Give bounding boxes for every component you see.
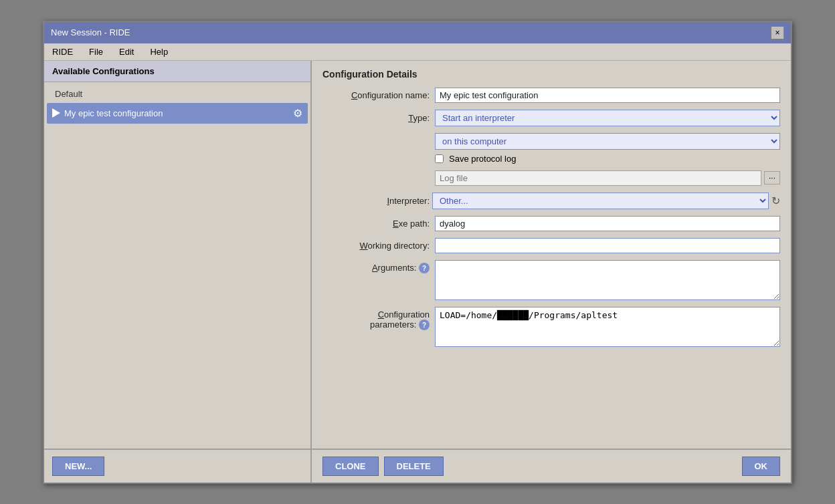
menu-ride[interactable]: RIDE (50, 45, 76, 58)
bottom-left: NEW... (44, 450, 312, 483)
type-label: Type: (322, 113, 430, 123)
window-title: New Session - RIDE (51, 27, 130, 37)
interpreter-label: Interpreter: (322, 196, 430, 206)
main-window: New Session - RIDE × RIDE File Edit Help… (43, 21, 792, 484)
menu-help[interactable]: Help (147, 45, 171, 58)
config-name-input[interactable] (435, 88, 780, 103)
selected-config-label: My epic test configuration (64, 108, 163, 118)
arguments-label: Arguments: ? (322, 260, 430, 274)
menu-edit[interactable]: Edit (116, 45, 136, 58)
left-panel-header: Available Configurations (44, 61, 310, 82)
save-log-row: Save protocol log (435, 154, 780, 164)
arguments-textarea[interactable] (435, 260, 780, 300)
interpreter-select[interactable]: Other... (432, 193, 769, 209)
log-file-row: ··· (435, 170, 780, 186)
title-bar: New Session - RIDE × (44, 22, 791, 43)
working-dir-label: Working directory: (322, 241, 430, 251)
close-button[interactable]: × (771, 26, 784, 39)
exe-path-row: Exe path: (322, 216, 780, 231)
ok-button[interactable]: OK (742, 457, 781, 476)
config-params-help-icon[interactable]: ? (419, 320, 430, 330)
clone-button[interactable]: CLONE (322, 457, 379, 476)
config-params-row: Configurationparameters: ? (322, 307, 780, 347)
refresh-button[interactable]: ↻ (771, 195, 780, 207)
exe-path-label: Exe path: (322, 219, 430, 229)
delete-button[interactable]: DELETE (384, 457, 444, 476)
interpreter-row: Interpreter: Other... ↻ (322, 193, 780, 209)
main-content: Available Configurations Default My epic… (44, 61, 791, 449)
save-log-label: Save protocol log (449, 154, 516, 164)
menu-file[interactable]: File (86, 45, 106, 58)
config-details-header: Configuration Details (322, 69, 780, 80)
type-select-1[interactable]: Start an interpreter (435, 110, 780, 126)
config-name-row: Configuration name: (322, 88, 780, 103)
working-dir-input[interactable] (435, 238, 780, 253)
play-icon (52, 108, 60, 118)
new-button[interactable]: NEW... (52, 457, 104, 476)
log-file-input[interactable] (435, 170, 761, 186)
config-params-label: Configurationparameters: ? (322, 307, 430, 331)
config-item-selected[interactable]: My epic test configuration ⚙ (47, 103, 308, 124)
config-item-default[interactable]: Default (47, 85, 308, 103)
config-list: Default My epic test configuration ⚙ (44, 82, 310, 449)
right-panel: Configuration Details Configuration name… (312, 61, 791, 449)
gear-button[interactable]: ⚙ (293, 107, 302, 120)
log-browse-button[interactable]: ··· (764, 171, 780, 184)
type-row: Type: Start an interpreter (322, 110, 780, 126)
bottom-right: CLONE DELETE OK (312, 450, 791, 483)
working-dir-row: Working directory: (322, 238, 780, 253)
exe-path-input[interactable] (435, 216, 780, 231)
type-select-2[interactable]: on this computer (435, 133, 780, 150)
config-params-textarea[interactable] (435, 307, 780, 347)
bottom-split: NEW... CLONE DELETE OK (44, 449, 791, 483)
left-panel: Available Configurations Default My epic… (44, 61, 312, 449)
save-log-checkbox[interactable] (435, 154, 444, 163)
menu-bar: RIDE File Edit Help (44, 43, 791, 61)
type-row-2: on this computer (435, 133, 780, 150)
config-name-label: Configuration name: (322, 90, 430, 100)
arguments-row: Arguments: ? (322, 260, 780, 300)
arguments-help-icon[interactable]: ? (419, 263, 430, 273)
